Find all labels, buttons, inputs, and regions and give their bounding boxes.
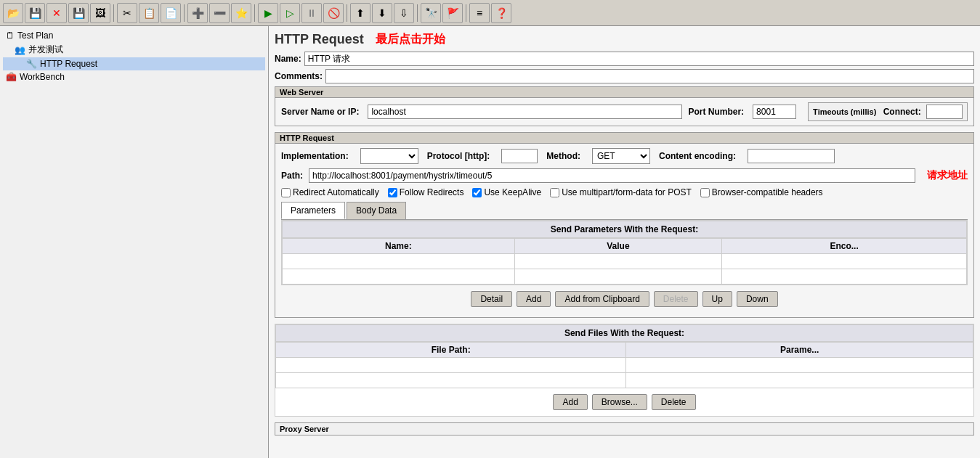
toolbar-separator3 — [254, 4, 255, 22]
browser-checkbox[interactable] — [700, 188, 710, 197]
table-row — [276, 358, 973, 373]
col-filepath: File Path: — [276, 343, 626, 358]
follow-checkbox-label[interactable]: Follow Redirects — [388, 187, 464, 197]
col-name: Name: — [283, 239, 515, 254]
httpreq-legend: HTTP Request — [275, 133, 973, 144]
multipart-checkbox[interactable] — [550, 188, 559, 197]
path-label: Path: — [281, 171, 303, 181]
webserver-section: Web Server Server Name or IP: Port Numbe… — [275, 86, 974, 126]
delete-file-button[interactable]: Delete — [652, 394, 696, 410]
copy-button[interactable]: 📋 — [139, 3, 159, 23]
star-button[interactable]: ⭐ — [231, 3, 251, 23]
comments-input[interactable] — [325, 69, 974, 83]
httprequest-label: HTTP Request — [40, 59, 97, 69]
binoculars-button[interactable]: 🔭 — [421, 3, 441, 23]
col-encode: Enco... — [722, 239, 967, 254]
cell-params — [626, 358, 973, 373]
redirect-checkbox-label[interactable]: Redirect Automatically — [281, 187, 379, 197]
follow-checkbox[interactable] — [388, 188, 397, 197]
cell-filepath — [276, 373, 626, 388]
checkboxes-row: Redirect Automatically Follow Redirects … — [281, 187, 968, 197]
encoding-input[interactable] — [748, 149, 835, 163]
play-button[interactable]: ▶ — [258, 3, 278, 23]
protocol-input[interactable] — [501, 149, 538, 163]
sidebar-item-workbench[interactable]: 🧰 WorkBench — [3, 70, 265, 83]
impl-select[interactable] — [360, 148, 418, 164]
down-param-button[interactable]: Down — [737, 291, 778, 307]
server-input[interactable] — [368, 105, 682, 119]
redirect-label: Redirect Automatically — [293, 187, 379, 197]
name-input[interactable] — [304, 52, 974, 66]
up-param-button[interactable]: Up — [702, 291, 732, 307]
sidebar: 🗒 Test Plan 👥 并发测试 🔧 HTTP Request 🧰 Work… — [0, 26, 269, 458]
download2-button[interactable]: ⇩ — [394, 3, 414, 23]
add-clipboard-button[interactable]: Add from Clipboard — [555, 291, 649, 307]
file-buttons-row: Add Browse... Delete — [275, 388, 973, 416]
save-button[interactable]: 💾 — [25, 3, 45, 23]
method-label: Method: — [546, 151, 580, 161]
cut-button[interactable]: ✂ — [117, 3, 137, 23]
sidebar-item-httprequest[interactable]: 🔧 HTTP Request — [3, 57, 265, 70]
list-button[interactable]: ≡ — [469, 3, 490, 23]
remove-button[interactable]: ➖ — [209, 3, 230, 23]
stop-button[interactable]: ⏸ — [301, 3, 322, 23]
download-button[interactable]: ⬇ — [372, 3, 392, 23]
page-title: HTTP Request — [275, 32, 364, 47]
server-row: Server Name or IP: Port Number: Timeouts… — [281, 102, 968, 121]
sidebar-item-testplan[interactable]: 🗒 Test Plan — [3, 29, 265, 42]
detail-button[interactable]: Detail — [471, 291, 512, 307]
table-row — [276, 373, 973, 388]
comments-row: Comments: — [275, 69, 974, 83]
tab-bodydata[interactable]: Body Data — [347, 202, 406, 219]
browser-checkbox-label[interactable]: Browser-compatible headers — [700, 187, 823, 197]
add-button[interactable]: ➕ — [187, 3, 208, 23]
encoding-label: Content encoding: — [659, 151, 736, 161]
workbench-label: WorkBench — [20, 72, 65, 82]
delete-param-button[interactable]: Delete — [654, 291, 698, 307]
image-button[interactable]: 🖼 — [90, 3, 110, 23]
cell-value — [514, 269, 721, 285]
impl-label: Implementation: — [281, 151, 349, 161]
port-input[interactable] — [753, 105, 796, 119]
comments-label: Comments: — [275, 71, 323, 81]
connect-input[interactable] — [926, 105, 963, 119]
browse-file-button[interactable]: Browse... — [592, 394, 647, 410]
add-file-button[interactable]: Add — [553, 394, 587, 410]
open-button[interactable]: 📂 — [3, 3, 23, 23]
toolbar-separator — [113, 4, 114, 22]
name-row: Name: — [275, 52, 974, 66]
keepalive-checkbox-label[interactable]: Use KeepAlive — [472, 187, 541, 197]
play2-button[interactable]: ▷ — [280, 3, 300, 23]
multipart-label: Use multipart/form-data for POST — [562, 187, 692, 197]
browser-label: Browser-compatible headers — [712, 187, 823, 197]
name-label: Name: — [275, 54, 301, 64]
method-select[interactable]: GET POST PUT DELETE — [592, 148, 650, 164]
cell-params — [626, 373, 973, 388]
save2-button[interactable]: 💾 — [68, 3, 89, 23]
table-row — [283, 254, 967, 269]
httprequest-icon: 🔧 — [26, 59, 37, 69]
clear-button[interactable]: 🚫 — [323, 3, 344, 23]
files-table: File Path: Parame... — [275, 342, 973, 388]
params-table: Name: Value Enco... — [282, 238, 967, 285]
paste-button[interactable]: 📄 — [161, 3, 181, 23]
path-input[interactable] — [309, 168, 915, 183]
timeouts-box: Timeouts (millis) Connect: — [808, 102, 968, 121]
keepalive-checkbox[interactable] — [472, 188, 482, 197]
upload-button[interactable]: ⬆ — [350, 3, 370, 23]
close-button[interactable]: ✕ — [46, 3, 67, 23]
params-table-header: Send Parameters With the Request: — [282, 221, 967, 238]
table-row — [283, 269, 967, 285]
files-section: Send Files With the Request: File Path: … — [275, 324, 974, 417]
connect-label: Connect: — [883, 107, 921, 117]
redirect-checkbox[interactable] — [281, 188, 291, 197]
tab-parameters[interactable]: Parameters — [281, 202, 345, 219]
multipart-checkbox-label[interactable]: Use multipart/form-data for POST — [550, 187, 692, 197]
toolbar: 📂 💾 ✕ 💾 🖼 ✂ 📋 📄 ➕ ➖ ⭐ ▶ ▷ ⏸ 🚫 ⬆ ⬇ ⇩ 🔭 🚩 … — [0, 0, 980, 26]
flag-button[interactable]: 🚩 — [442, 3, 463, 23]
help-button[interactable]: ❓ — [491, 3, 511, 23]
toolbar-separator5 — [417, 4, 418, 22]
main-layout: 🗒 Test Plan 👥 并发测试 🔧 HTTP Request 🧰 Work… — [0, 26, 980, 458]
add-param-button[interactable]: Add — [517, 291, 551, 307]
sidebar-item-concurrency[interactable]: 👥 并发测试 — [3, 42, 265, 57]
